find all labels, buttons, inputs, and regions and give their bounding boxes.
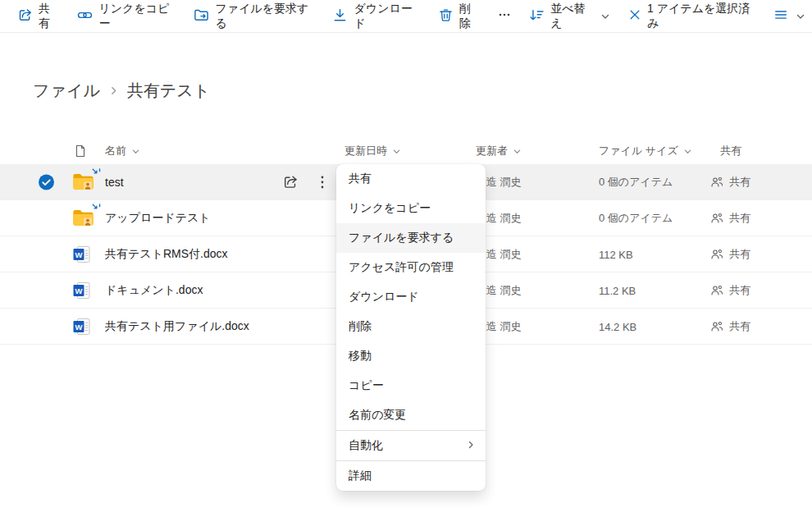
- people-icon: [710, 320, 723, 333]
- clear-selection-button[interactable]: 1 アイテムを選択済み: [619, 3, 764, 30]
- sort-descending-icon: [529, 7, 545, 25]
- share-button[interactable]: 共有: [8, 3, 68, 30]
- item-context-menu: 共有 リンクをコピー ファイルを要求する アクセス許可の管理 ダウンロード 削除…: [336, 164, 486, 491]
- column-header-modified[interactable]: 更新日時: [344, 144, 401, 158]
- chevron-down-icon: [600, 11, 610, 21]
- context-menu-item-copy[interactable]: コピー: [336, 371, 486, 400]
- breadcrumb: ファイル 共有テスト: [33, 80, 210, 102]
- delete-icon: [438, 7, 454, 25]
- more-commands-button[interactable]: [489, 3, 520, 30]
- copy-link-button[interactable]: リンクをコピー: [68, 3, 185, 30]
- file-size-value: 11.2 KB: [599, 284, 636, 296]
- copy-link-icon: [77, 7, 93, 25]
- svg-text:W: W: [75, 286, 83, 295]
- modified-by-value: 造 潤史: [486, 175, 522, 190]
- download-button[interactable]: ダウンロード: [323, 3, 428, 30]
- file-name[interactable]: 共有テスト用ファイル.docx: [105, 319, 249, 334]
- download-button-label: ダウンロード: [354, 2, 419, 31]
- view-options-button[interactable]: [764, 3, 807, 30]
- chevron-right-icon: [466, 439, 476, 452]
- svg-text:W: W: [75, 322, 83, 331]
- chevron-down-icon: [131, 147, 140, 156]
- context-menu-item-download[interactable]: ダウンロード: [336, 282, 486, 312]
- view-list-icon: [773, 7, 788, 25]
- request-files-button-label: ファイルを要求する: [215, 2, 314, 31]
- people-icon: [710, 284, 723, 297]
- modified-by-value: 造 潤史: [486, 319, 522, 334]
- share-button-label: 共有: [39, 2, 59, 31]
- word-document-icon: W: [72, 317, 92, 336]
- selection-count-label: 1 アイテムを選択済み: [647, 2, 755, 31]
- file-name[interactable]: 共有テストRMS付.docx: [105, 247, 228, 262]
- delete-button[interactable]: 削除: [429, 3, 489, 30]
- modified-by-value: 造 潤史: [486, 283, 522, 298]
- row-share-icon[interactable]: [282, 174, 299, 190]
- request-files-button[interactable]: ファイルを要求する: [185, 3, 323, 30]
- file-name[interactable]: ドキュメント.docx: [105, 283, 203, 298]
- breadcrumb-root[interactable]: ファイル: [33, 80, 100, 102]
- chevron-right-icon: [108, 81, 119, 100]
- people-icon: [710, 248, 723, 261]
- file-size-value: 14.2 KB: [599, 320, 636, 332]
- shared-folder-icon: [72, 209, 94, 227]
- copy-link-button-label: リンクをコピー: [98, 2, 176, 31]
- download-icon: [332, 7, 348, 25]
- modified-by-value: 造 潤史: [486, 247, 522, 262]
- more-icon: [498, 8, 511, 24]
- word-document-icon: W: [72, 245, 92, 264]
- sort-button-label: 並べ替え: [550, 2, 593, 31]
- command-toolbar: 共有 リンクをコピー ファイルを要求する: [0, 0, 812, 33]
- sync-badge-icon: [92, 204, 103, 217]
- context-menu-item-rename[interactable]: 名前の変更: [336, 400, 486, 430]
- context-menu-item-share[interactable]: 共有: [336, 164, 486, 194]
- context-menu-item-delete[interactable]: 削除: [336, 312, 486, 341]
- check-circle-icon: [38, 173, 55, 190]
- sharing-status[interactable]: 共有: [710, 283, 750, 298]
- sharing-status[interactable]: 共有: [710, 247, 750, 262]
- context-menu-item-copy-link[interactable]: リンクをコピー: [336, 194, 486, 223]
- word-document-icon: W: [72, 281, 92, 300]
- dismiss-icon: [628, 8, 641, 24]
- context-menu-item-manage-access[interactable]: アクセス許可の管理: [336, 253, 486, 282]
- chevron-down-icon: [796, 11, 805, 21]
- request-files-icon: [194, 7, 209, 25]
- context-menu-item-automate[interactable]: 自動化: [336, 431, 486, 460]
- sort-button[interactable]: 並べ替え: [520, 3, 619, 30]
- file-size-value: 0 個のアイテム: [599, 175, 673, 190]
- context-menu-item-request-files[interactable]: ファイルを要求する: [336, 223, 486, 253]
- svg-text:W: W: [75, 249, 83, 259]
- file-name[interactable]: アップロードテスト: [105, 211, 211, 226]
- onedrive-file-browser: 共有 リンクをコピー ファイルを要求する: [0, 0, 812, 508]
- chevron-down-icon: [683, 147, 692, 156]
- delete-button-label: 削除: [459, 2, 480, 31]
- share-icon: [17, 7, 33, 25]
- column-header-name[interactable]: 名前: [105, 144, 140, 158]
- breadcrumb-current: 共有テスト: [127, 80, 210, 102]
- file-size-value: 112 KB: [599, 248, 633, 260]
- context-menu-item-move[interactable]: 移動: [336, 341, 486, 371]
- file-type-column-icon[interactable]: [74, 144, 87, 158]
- sync-badge-icon: [92, 168, 103, 181]
- context-menu-item-details[interactable]: 詳細: [336, 461, 486, 491]
- chevron-down-icon: [513, 147, 522, 156]
- file-size-value: 0 個のアイテム: [599, 211, 673, 226]
- file-name[interactable]: test: [105, 176, 124, 189]
- shared-folder-icon: [72, 173, 94, 191]
- sharing-status[interactable]: 共有: [710, 175, 750, 190]
- sharing-status[interactable]: 共有: [710, 211, 750, 226]
- row-selected-checkbox[interactable]: [38, 173, 55, 190]
- column-header-file-size[interactable]: ファイル サイズ: [599, 144, 692, 158]
- chevron-down-icon: [392, 147, 401, 156]
- table-header-row: 名前 更新日時 更新者 ファイル サイズ 共有: [0, 138, 812, 164]
- people-icon: [710, 176, 723, 189]
- row-more-actions-icon[interactable]: [317, 176, 328, 189]
- sharing-status[interactable]: 共有: [710, 319, 750, 334]
- modified-by-value: 造 潤史: [486, 211, 522, 226]
- column-header-sharing[interactable]: 共有: [720, 144, 741, 158]
- column-header-modified-by[interactable]: 更新者: [476, 144, 522, 158]
- people-icon: [710, 212, 723, 225]
